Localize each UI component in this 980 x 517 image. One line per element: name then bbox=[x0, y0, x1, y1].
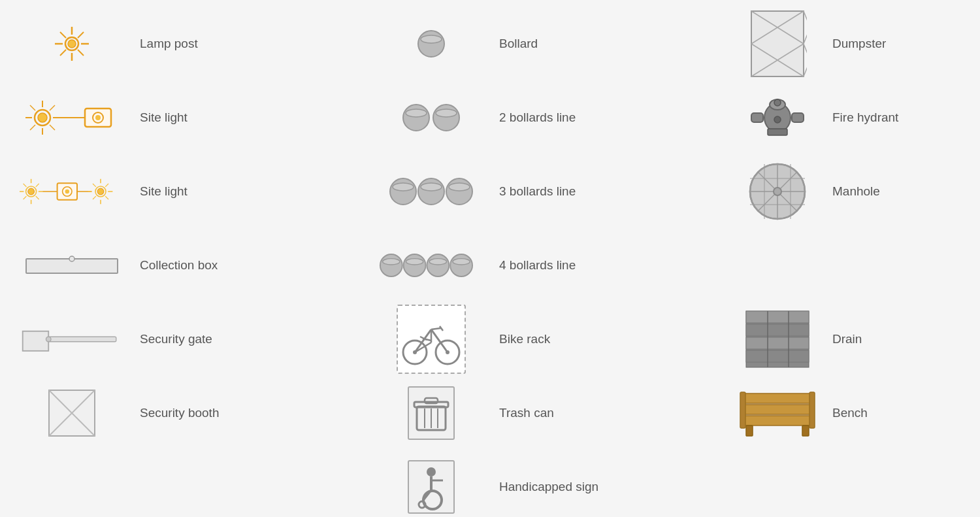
svg-line-51 bbox=[36, 196, 39, 199]
lamp-post-label: Lamp post bbox=[140, 37, 198, 51]
svg-line-65 bbox=[93, 196, 96, 199]
item-empty-r7c1 bbox=[13, 450, 372, 517]
svg-rect-127 bbox=[742, 393, 813, 403]
svg-point-58 bbox=[97, 188, 104, 195]
manhole-icon bbox=[738, 162, 817, 221]
handicapped-sign-label: Handicapped sign bbox=[499, 480, 598, 494]
svg-line-26 bbox=[50, 125, 55, 130]
svg-point-83 bbox=[774, 188, 781, 195]
svg-rect-38 bbox=[751, 113, 763, 122]
bollard-3-icon bbox=[379, 175, 483, 208]
item-manhole: Manhole bbox=[732, 154, 980, 228]
item-empty-r7c3 bbox=[732, 450, 980, 517]
svg-rect-130 bbox=[746, 425, 753, 436]
svg-line-63 bbox=[93, 184, 96, 187]
item-bike-rack: Bike rack bbox=[372, 302, 732, 376]
trash-can-label: Trash can bbox=[499, 406, 554, 420]
item-empty-r4 bbox=[732, 228, 980, 302]
handicapped-sign-icon bbox=[379, 458, 483, 516]
item-site-light-single: Site light bbox=[13, 80, 372, 154]
drain-icon bbox=[738, 310, 817, 369]
bike-rack-label: Bike rack bbox=[499, 332, 550, 346]
svg-point-92 bbox=[450, 254, 472, 276]
item-bollard-4: 4 bollards line bbox=[372, 228, 732, 302]
bench-icon bbox=[738, 387, 817, 439]
site-light-single-label: Site light bbox=[140, 110, 188, 125]
svg-rect-132 bbox=[740, 392, 745, 428]
bollard-label: Bollard bbox=[499, 37, 538, 51]
svg-point-10 bbox=[418, 31, 444, 57]
svg-point-70 bbox=[421, 183, 442, 191]
collection-box-label: Collection box bbox=[140, 258, 218, 273]
item-fire-hydrant: Fire hydrant bbox=[732, 80, 980, 154]
item-lamp-post: Lamp post bbox=[13, 7, 372, 80]
bollard-4-icon bbox=[379, 249, 483, 282]
svg-rect-128 bbox=[742, 405, 813, 414]
svg-point-86 bbox=[380, 254, 402, 276]
svg-point-85 bbox=[69, 256, 74, 261]
item-bench: Bench bbox=[732, 376, 980, 450]
svg-rect-95 bbox=[48, 337, 116, 342]
svg-rect-94 bbox=[23, 331, 49, 351]
bollard-2-icon bbox=[379, 101, 483, 134]
security-gate-label: Security gate bbox=[140, 332, 212, 346]
bollard-4-label: 4 bollards line bbox=[499, 258, 576, 273]
dumpster-label: Dumpster bbox=[832, 37, 886, 51]
svg-point-11 bbox=[421, 35, 442, 43]
item-handicapped-sign: Handicapped sign bbox=[372, 450, 732, 517]
item-security-booth: Security booth bbox=[13, 376, 372, 450]
trash-can-icon bbox=[379, 384, 483, 442]
svg-line-7 bbox=[78, 32, 84, 38]
bollard-2-label: 2 bollards line bbox=[499, 110, 576, 125]
item-bollard: Bollard bbox=[372, 7, 732, 80]
item-site-light-double: Site light bbox=[13, 154, 372, 228]
svg-rect-129 bbox=[742, 416, 813, 425]
svg-rect-131 bbox=[802, 425, 809, 436]
item-bollard-2: 2 bollards line bbox=[372, 80, 732, 154]
svg-line-64 bbox=[105, 184, 108, 187]
svg-rect-113 bbox=[746, 337, 809, 349]
svg-line-8 bbox=[60, 50, 66, 56]
item-drain: Drain bbox=[732, 302, 980, 376]
svg-point-41 bbox=[774, 116, 781, 123]
svg-point-88 bbox=[404, 254, 426, 276]
manhole-label: Manhole bbox=[832, 184, 880, 199]
site-light-double-label: Site light bbox=[140, 184, 188, 199]
security-booth-icon bbox=[20, 387, 124, 439]
svg-point-72 bbox=[449, 183, 470, 191]
svg-rect-40 bbox=[768, 129, 787, 135]
collection-box-icon bbox=[20, 252, 124, 278]
svg-rect-12 bbox=[751, 11, 804, 76]
svg-point-68 bbox=[393, 183, 414, 191]
site-light-double-icon bbox=[20, 172, 124, 211]
svg-line-23 bbox=[30, 105, 35, 110]
dumpster-icon bbox=[738, 8, 817, 80]
svg-line-25 bbox=[30, 125, 35, 130]
svg-point-90 bbox=[427, 254, 449, 276]
svg-point-89 bbox=[406, 258, 423, 264]
svg-rect-111 bbox=[746, 311, 809, 323]
svg-point-30 bbox=[95, 115, 101, 120]
svg-line-50 bbox=[24, 196, 27, 199]
svg-rect-39 bbox=[792, 113, 804, 122]
svg-point-32 bbox=[406, 109, 427, 117]
svg-point-67 bbox=[390, 178, 416, 205]
svg-point-34 bbox=[436, 109, 457, 117]
svg-rect-133 bbox=[809, 392, 815, 428]
main-grid: Lamp post Bollard Dumpste bbox=[0, 0, 980, 517]
svg-line-24 bbox=[50, 105, 55, 110]
site-light-single-icon bbox=[20, 98, 124, 137]
svg-point-18 bbox=[38, 113, 47, 122]
svg-line-6 bbox=[60, 32, 66, 38]
svg-line-66 bbox=[105, 196, 108, 199]
drain-label: Drain bbox=[832, 332, 862, 346]
item-collection-box: Collection box bbox=[13, 228, 372, 302]
bollard-icon bbox=[379, 27, 483, 60]
bench-label: Bench bbox=[832, 406, 868, 420]
item-dumpster: Dumpster bbox=[732, 7, 980, 80]
bollard-3-label: 3 bollards line bbox=[499, 184, 576, 199]
bike-rack-icon bbox=[379, 303, 483, 375]
fire-hydrant-icon bbox=[738, 95, 817, 141]
fire-hydrant-label: Fire hydrant bbox=[832, 110, 898, 125]
security-booth-label: Security booth bbox=[140, 406, 219, 420]
